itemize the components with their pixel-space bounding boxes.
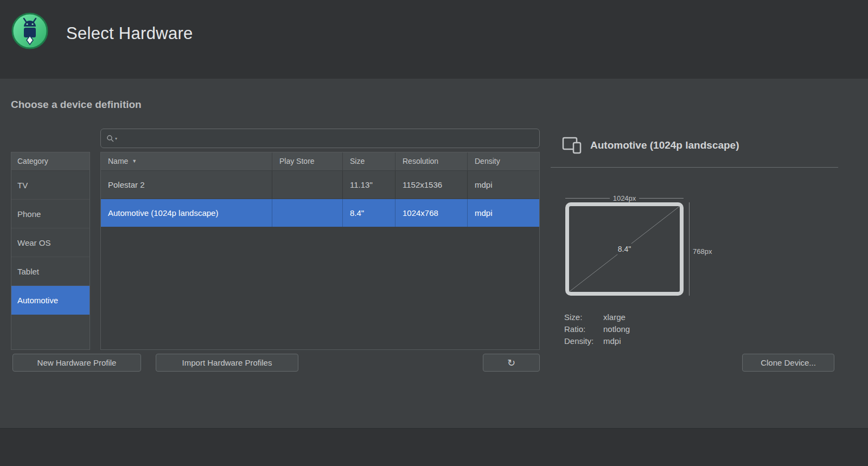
detail-divider	[551, 167, 838, 168]
spec-label-density: Density:	[564, 335, 603, 347]
cell-play-store	[272, 199, 342, 227]
cell-name: Polestar 2	[101, 171, 272, 199]
device-icon	[562, 137, 583, 156]
selected-device-title: Automotive (1024p landscape)	[590, 139, 739, 151]
cell-resolution: 1152x1536	[395, 171, 467, 199]
device-row-automotive-1024p-landscape[interactable]: Automotive (1024p landscape) 8.4" 1024x7…	[101, 199, 539, 227]
device-specs: Size: xlarge Ratio: notlong Density: mdp…	[564, 311, 630, 347]
category-item-tablet[interactable]: Tablet	[11, 257, 90, 286]
column-header-play-store[interactable]: Play Store	[272, 152, 342, 170]
screen-diagram: 8.4"	[565, 202, 684, 296]
spec-value-size: xlarge	[603, 311, 630, 323]
column-header-name-label: Name	[108, 152, 128, 170]
import-hardware-profiles-button[interactable]: Import Hardware Profiles	[156, 354, 298, 372]
spec-label-size: Size:	[564, 311, 603, 323]
sort-desc-icon: ▼	[132, 152, 137, 170]
screen-diagonal-label: 8.4"	[615, 244, 634, 254]
cell-name: Automotive (1024p landscape)	[101, 199, 272, 227]
column-header-resolution[interactable]: Resolution	[395, 152, 467, 170]
category-panel: Category TV Phone Wear OS Tablet Automot…	[11, 152, 90, 350]
cell-density: mdpi	[467, 171, 539, 199]
screen-height-label: 768px	[693, 247, 712, 256]
cell-size: 11.13"	[342, 171, 395, 199]
screen-width-dimension: 1024px	[565, 194, 684, 202]
spec-value-density: mdpi	[603, 335, 630, 347]
device-table: Name ▼ Play Store Size Resolution Densit…	[100, 152, 540, 350]
category-item-wear-os[interactable]: Wear OS	[11, 228, 90, 257]
section-title: Choose a device definition	[11, 99, 142, 111]
category-item-tv[interactable]: TV	[11, 171, 90, 200]
spec-label-ratio: Ratio:	[564, 323, 603, 335]
category-column-header: Category	[11, 152, 90, 171]
refresh-button[interactable]: ↻	[483, 354, 540, 372]
cell-resolution: 1024x768	[395, 199, 467, 227]
dimension-line	[639, 198, 684, 199]
clone-device-button[interactable]: Clone Device...	[742, 354, 834, 372]
column-header-size[interactable]: Size	[342, 152, 395, 170]
android-studio-logo-icon	[11, 12, 49, 50]
device-table-header: Name ▼ Play Store Size Resolution Densit…	[101, 152, 539, 171]
dialog-title: Select Hardware	[66, 24, 193, 43]
category-item-phone[interactable]: Phone	[11, 200, 90, 228]
search-icon	[106, 135, 114, 142]
category-item-automotive[interactable]: Automotive	[11, 286, 90, 315]
cell-density: mdpi	[467, 199, 539, 227]
dialog-header: Select Hardware	[0, 0, 868, 79]
screen-height-dimension-line	[689, 202, 690, 296]
new-hardware-profile-button[interactable]: New Hardware Profile	[12, 354, 141, 372]
column-header-density[interactable]: Density	[467, 152, 539, 170]
device-row-polestar-2[interactable]: Polestar 2 11.13" 1152x1536 mdpi	[101, 171, 539, 199]
device-search[interactable]: ▾	[100, 129, 540, 148]
refresh-icon: ↻	[507, 358, 515, 368]
dimension-line	[565, 198, 610, 199]
dialog-footer: ? Cancel Previous Next Finish	[0, 428, 868, 466]
spec-value-ratio: notlong	[603, 323, 630, 335]
column-header-name[interactable]: Name ▼	[101, 152, 272, 170]
cell-size: 8.4"	[342, 199, 395, 227]
cell-play-store	[272, 171, 342, 199]
screen-width-label: 1024px	[613, 194, 636, 202]
device-search-input[interactable]	[117, 134, 534, 143]
select-hardware-dialog: Select Hardware Choose a device definiti…	[0, 0, 868, 466]
